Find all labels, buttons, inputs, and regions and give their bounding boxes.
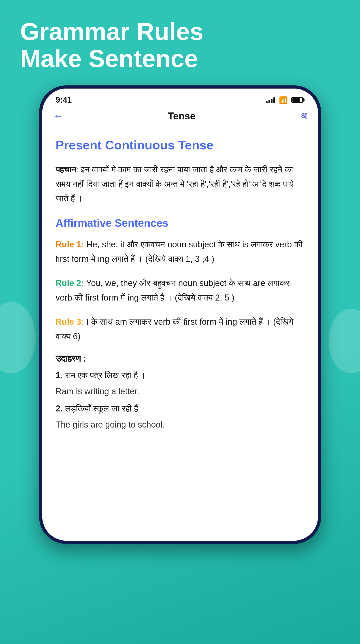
signal-bar-2 [268,100,270,103]
rule-1-label: Rule 1: [56,240,84,249]
examples-heading: उदाहरण : [56,354,304,364]
rule-1-text: He, she, it और एकवचन noun subject के साथ… [56,240,302,264]
examples-section: उदाहरण : 1. राम एक पत्र लिख रहा है । Ram… [56,354,304,432]
headline-line2: Make Sentence [20,45,340,72]
rule-3-text: I के साथ am लगाकर verb की first form में… [56,317,294,341]
battery-icon [291,97,304,103]
rule-3-block: Rule 3: I के साथ am लगाकर verb की first … [56,314,304,344]
status-icons: 📶 [266,96,304,104]
example-1-number: 1. [56,370,63,380]
affirmative-heading: Affirmative Sentences [56,217,304,229]
battery-fill [292,98,300,102]
nav-title: Tense [168,110,196,122]
status-time: 9:41 [56,95,72,105]
example-2-hindi-text: लड़कियाँ स्कूल जा रही हैं । [63,404,146,413]
recognition-label: पहचान [56,165,76,174]
headline-line1: Grammar Rules [20,18,340,45]
example-1-hindi-text: राम एक पत्र लिख रहा है । [63,370,146,380]
signal-bar-4 [273,97,275,103]
recognition-body: : इन वाक्यों मे काम का जारी रहना पाया जा… [56,165,294,203]
main-content: Present Continuous Tense पहचान: इन वाक्य… [42,126,318,541]
recognition-section: पहचान: इन वाक्यों मे काम का जारी रहना पा… [56,162,304,206]
status-bar: 9:41 📶 [42,88,318,107]
page-heading: Present Continuous Tense [56,138,304,152]
signal-bar-3 [271,98,272,103]
example-1-hindi: 1. राम एक पत्र लिख रहा है । [56,368,304,383]
phone-screen: 9:41 📶 [42,88,318,541]
phone-frame: 9:41 📶 [39,86,321,544]
phone-wrapper: 9:41 📶 [0,86,360,557]
example-2-number: 2. [56,404,63,413]
example-2-hindi: 2. लड़कियाँ स्कूल जा रही हैं । [56,401,304,416]
back-button[interactable]: ← [54,111,63,122]
signal-bar-1 [266,101,268,103]
example-2-english: The girls are going to school. [56,417,304,432]
font-size-icon[interactable]: अ [301,111,307,121]
nav-bar: ← Tense अ [42,107,318,126]
example-1-english: Ram is writing a letter. [56,384,304,399]
signal-icon [266,97,275,103]
battery-body [291,97,303,103]
rule-2-label: Rule 2: [56,278,84,288]
rule-2-block: Rule 2: You, we, they और बहुवचन noun sub… [56,276,304,305]
hero-headline: Grammar Rules Make Sentence [0,0,360,86]
rule-3-label: Rule 3: [56,317,84,326]
rule-1-block: Rule 1: He, she, it और एकवचन noun subjec… [56,237,304,266]
battery-tip [303,98,304,102]
wifi-icon: 📶 [279,96,287,104]
rule-2-text: You, we, they और बहुवचन noun subject के … [56,278,290,302]
